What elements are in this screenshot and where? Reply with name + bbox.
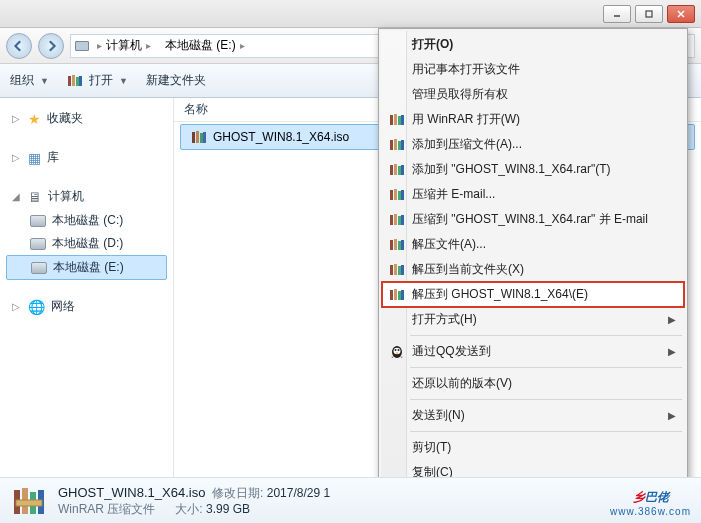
minimize-button[interactable] — [603, 5, 631, 23]
details-filetype: WinRAR 压缩文件 — [58, 502, 155, 516]
drive-label: 本地磁盘 (E:) — [53, 259, 124, 276]
ctx-notepad[interactable]: 用记事本打开该文件 — [382, 57, 684, 82]
svg-point-47 — [398, 349, 400, 351]
close-button[interactable] — [667, 5, 695, 23]
svg-rect-13 — [394, 114, 397, 125]
ctx-open[interactable]: 打开(O) — [382, 32, 684, 57]
sidebar-computer[interactable]: ◢🖥计算机 — [0, 184, 173, 209]
books-icon — [388, 212, 406, 228]
svg-rect-5 — [72, 75, 75, 86]
ctx-zip-email[interactable]: 压缩并 E-mail... — [382, 182, 684, 207]
sidebar-drive-e[interactable]: 本地磁盘 (E:) — [6, 255, 167, 280]
svg-rect-1 — [646, 11, 652, 17]
svg-rect-53 — [16, 500, 42, 506]
forward-button[interactable] — [38, 33, 64, 59]
ctx-label: 压缩并 E-mail... — [412, 186, 495, 203]
svg-rect-33 — [394, 239, 397, 250]
sidebar-libraries[interactable]: ▷▦库 — [0, 145, 173, 170]
sidebar-drive-d[interactable]: 本地磁盘 (D:) — [0, 232, 173, 255]
separator — [410, 335, 682, 336]
new-folder-button[interactable]: 新建文件夹 — [146, 72, 206, 89]
sidebar-favorites[interactable]: ▷★收藏夹 — [0, 106, 173, 131]
svg-rect-10 — [200, 133, 203, 143]
svg-rect-4 — [68, 76, 71, 86]
ctx-send-to[interactable]: 发送到(N)▶ — [382, 403, 684, 428]
ctx-cut[interactable]: 剪切(T) — [382, 435, 684, 460]
ctx-zip-rar-email[interactable]: 压缩到 "GHOST_WIN8.1_X64.rar" 并 E-mail — [382, 207, 684, 232]
maximize-button[interactable] — [635, 5, 663, 23]
details-sizelabel: 大小: — [175, 502, 202, 516]
window-titlebar — [0, 0, 701, 28]
organize-button[interactable]: 组织▼ — [10, 72, 49, 89]
svg-rect-20 — [390, 165, 393, 175]
svg-rect-14 — [398, 116, 401, 125]
watermark: 乡巴佬 www.386w.com — [610, 483, 691, 517]
ctx-winrar-open[interactable]: 用 WinRAR 打开(W) — [382, 107, 684, 132]
svg-rect-22 — [398, 166, 401, 175]
svg-rect-7 — [79, 76, 82, 86]
svg-rect-31 — [401, 215, 404, 225]
ctx-label: 通过QQ发送到 — [412, 343, 491, 360]
network-icon: 🌐 — [28, 299, 45, 315]
watermark-brand-rest: 巴佬 — [645, 490, 669, 504]
svg-rect-21 — [394, 164, 397, 175]
svg-rect-40 — [390, 290, 393, 300]
ctx-extract-here[interactable]: 解压到当前文件夹(X) — [382, 257, 684, 282]
drive-icon — [75, 41, 89, 51]
svg-rect-6 — [76, 77, 79, 86]
ctx-label: 用 WinRAR 打开(W) — [412, 111, 520, 128]
organize-label: 组织 — [10, 72, 34, 89]
sidebar-drive-c[interactable]: 本地磁盘 (C:) — [0, 209, 173, 232]
ctx-label: 剪切(T) — [412, 439, 451, 456]
qq-icon — [388, 344, 406, 360]
svg-rect-42 — [398, 291, 401, 300]
svg-rect-8 — [192, 132, 195, 143]
books-icon — [67, 74, 83, 88]
library-icon: ▦ — [28, 150, 41, 166]
open-label: 打开 — [89, 72, 113, 89]
ctx-label: 解压到 GHOST_WIN8.1_X64\(E) — [412, 286, 588, 303]
ctx-extract[interactable]: 解压文件(A)... — [382, 232, 684, 257]
rar-file-icon — [12, 484, 46, 518]
separator — [410, 367, 682, 368]
drive-icon — [30, 238, 46, 250]
sidebar-network[interactable]: ▷🌐网络 — [0, 294, 173, 319]
ctx-qq-send[interactable]: 通过QQ发送到▶ — [382, 339, 684, 364]
context-menu: 打开(O) 用记事本打开该文件 管理员取得所有权 用 WinRAR 打开(W) … — [378, 28, 688, 523]
books-icon — [388, 262, 406, 278]
crumb-label: 计算机 — [106, 37, 142, 54]
details-pane: GHOST_WIN8.1_X64.iso 修改日期: 2017/8/29 1 W… — [0, 477, 701, 523]
submenu-arrow-icon: ▶ — [668, 410, 676, 421]
ctx-admin[interactable]: 管理员取得所有权 — [382, 82, 684, 107]
watermark-brand: 乡巴佬 — [633, 483, 669, 506]
svg-rect-39 — [401, 265, 404, 275]
svg-rect-25 — [394, 189, 397, 200]
drive-icon — [31, 262, 47, 274]
ctx-add-archive[interactable]: 添加到压缩文件(A)... — [382, 132, 684, 157]
back-button[interactable] — [6, 33, 32, 59]
submenu-arrow-icon: ▶ — [668, 346, 676, 357]
details-text: GHOST_WIN8.1_X64.iso 修改日期: 2017/8/29 1 W… — [58, 485, 330, 517]
col-name-label: 名称 — [184, 101, 208, 118]
svg-rect-37 — [394, 264, 397, 275]
star-icon: ★ — [28, 111, 41, 127]
watermark-url: www.386w.com — [610, 506, 691, 517]
svg-rect-41 — [394, 289, 397, 300]
svg-point-48 — [396, 352, 399, 354]
drive-label: 本地磁盘 (C:) — [52, 212, 123, 229]
ctx-label: 发送到(N) — [412, 407, 465, 424]
favorites-label: 收藏夹 — [47, 110, 83, 127]
separator — [410, 399, 682, 400]
ctx-extract-to[interactable]: 解压到 GHOST_WIN8.1_X64\(E) — [382, 282, 684, 307]
file-name: GHOST_WIN8.1_X64.iso — [213, 130, 349, 144]
ctx-open-with[interactable]: 打开方式(H)▶ — [382, 307, 684, 332]
svg-point-46 — [395, 349, 397, 351]
open-button[interactable]: 打开▼ — [67, 72, 128, 89]
crumb-computer[interactable]: ▸计算机▸ — [91, 35, 157, 57]
ctx-restore[interactable]: 还原以前的版本(V) — [382, 371, 684, 396]
svg-rect-17 — [394, 139, 397, 150]
ctx-label: 还原以前的版本(V) — [412, 375, 512, 392]
svg-rect-19 — [401, 140, 404, 150]
crumb-drive[interactable]: 本地磁盘 (E:)▸ — [159, 35, 251, 57]
ctx-add-rar[interactable]: 添加到 "GHOST_WIN8.1_X64.rar"(T) — [382, 157, 684, 182]
